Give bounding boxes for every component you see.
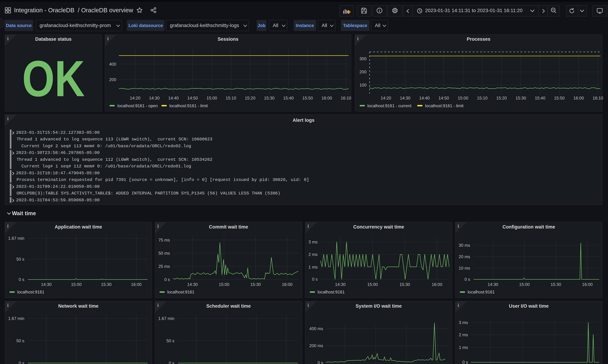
svg-text:15:30: 15:30 (101, 282, 112, 287)
svg-text:16:00: 16:00 (322, 96, 332, 100)
svg-text:10 ms: 10 ms (459, 266, 470, 271)
svg-text:200: 200 (109, 77, 116, 82)
svg-text:400 ms: 400 ms (309, 326, 323, 331)
svg-text:0 s: 0 s (465, 277, 470, 282)
svg-text:0 s: 0 s (164, 277, 170, 282)
svg-text:75 ms: 75 ms (158, 238, 170, 242)
svg-text:15:00: 15:00 (367, 282, 378, 287)
svg-text:16:00: 16:00 (282, 282, 292, 287)
svg-text:15:40: 15:40 (535, 96, 545, 100)
svg-text:localhost:9161: localhost:9161 (318, 290, 345, 294)
svg-text:15:30: 15:30 (400, 282, 410, 287)
svg-text:14:30: 14:30 (149, 96, 160, 100)
svg-text:14:30: 14:30 (41, 282, 52, 287)
svg-text:14:50: 14:50 (187, 96, 198, 100)
svg-text:15:10: 15:10 (226, 96, 236, 100)
svg-text:15:30: 15:30 (516, 96, 526, 100)
svg-text:14:20: 14:20 (130, 96, 141, 100)
svg-text:1.67 min: 1.67 min (8, 236, 24, 241)
svg-text:15:00: 15:00 (458, 96, 468, 100)
svg-text:15:30: 15:30 (250, 282, 261, 287)
svg-text:15:00: 15:00 (219, 282, 229, 287)
svg-text:0 s: 0 s (312, 277, 318, 282)
svg-text:3 ms: 3 ms (459, 320, 468, 325)
svg-text:14:30: 14:30 (187, 282, 198, 287)
svg-text:50 ms: 50 ms (158, 251, 170, 256)
svg-text:15:50: 15:50 (302, 96, 313, 100)
svg-text:3 ms: 3 ms (308, 240, 318, 244)
svg-text:localhost:9161: localhost:9161 (467, 290, 495, 294)
svg-text:1.67 min: 1.67 min (8, 316, 24, 321)
svg-text:16:00: 16:00 (582, 282, 593, 287)
svg-text:14:30: 14:30 (335, 282, 346, 287)
svg-text:1 ms: 1 ms (459, 345, 468, 350)
svg-text:localhost:9161 - current: localhost:9161 - current (367, 103, 411, 108)
svg-text:14:20: 14:20 (381, 96, 391, 100)
svg-text:16:10: 16:10 (593, 96, 603, 100)
svg-text:15:00: 15:00 (207, 96, 217, 100)
svg-text:0 s: 0 s (19, 277, 24, 282)
svg-text:400: 400 (109, 62, 116, 66)
svg-text:14:30: 14:30 (400, 96, 410, 100)
svg-text:1 ms: 1 ms (308, 265, 318, 269)
svg-text:16:00: 16:00 (432, 282, 442, 287)
svg-text:14:50: 14:50 (439, 96, 449, 100)
svg-text:localhost:9161: localhost:9161 (167, 290, 194, 294)
svg-text:localhost:9161: localhost:9161 (17, 290, 44, 294)
svg-text:15:20: 15:20 (245, 96, 255, 100)
svg-text:15:20: 15:20 (496, 96, 507, 100)
svg-text:localhost:9161 - limit: localhost:9161 - limit (169, 103, 208, 108)
svg-text:15:30: 15:30 (264, 96, 274, 100)
svg-text:15:10: 15:10 (477, 96, 488, 100)
svg-text:0 s: 0 s (19, 361, 24, 364)
svg-text:localhost:9161 - limit: localhost:9161 - limit (425, 103, 464, 108)
svg-text:16:10: 16:10 (341, 96, 351, 100)
svg-text:16:00: 16:00 (131, 282, 142, 287)
svg-text:20 ms: 20 ms (459, 254, 470, 259)
svg-text:50 s: 50 s (167, 338, 174, 343)
svg-text:15:40: 15:40 (283, 96, 294, 100)
svg-text:16:00: 16:00 (573, 96, 584, 100)
svg-text:14:30: 14:30 (488, 282, 498, 287)
svg-text:30 ms: 30 ms (459, 243, 470, 248)
svg-text:0 s: 0 s (318, 360, 323, 364)
svg-text:2 ms: 2 ms (459, 332, 468, 337)
svg-text:1.67 min: 1.67 min (158, 316, 174, 321)
svg-text:14:40: 14:40 (168, 96, 179, 100)
svg-text:0 s: 0 s (169, 361, 174, 364)
svg-text:2 ms: 2 ms (308, 252, 318, 257)
svg-text:15:00: 15:00 (71, 282, 82, 287)
svg-text:localhost:9161 - open: localhost:9161 - open (117, 103, 158, 108)
svg-text:300: 300 (360, 56, 366, 61)
svg-text:100: 100 (360, 83, 366, 87)
svg-text:0 s: 0 s (462, 360, 468, 364)
svg-text:15:30: 15:30 (551, 282, 561, 287)
svg-text:50 s: 50 s (16, 338, 24, 343)
svg-text:200 ms: 200 ms (309, 343, 323, 348)
svg-text:25 ms: 25 ms (158, 264, 170, 269)
svg-text:200: 200 (360, 69, 366, 74)
svg-text:15:50: 15:50 (554, 96, 565, 100)
svg-text:14:40: 14:40 (419, 96, 430, 100)
svg-text:50 s: 50 s (16, 257, 24, 261)
svg-text:15:00: 15:00 (519, 282, 530, 287)
